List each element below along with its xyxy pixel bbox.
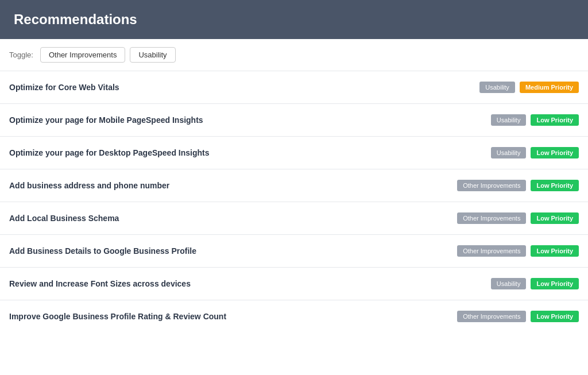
rec-actions: UsabilityMedium Priority <box>479 82 579 93</box>
rec-actions: UsabilityLow Priority <box>491 278 579 289</box>
rec-title: Add business address and phone number <box>9 181 457 190</box>
table-row: Optimize your page for Mobile PageSpeed … <box>0 104 588 137</box>
rec-title: Improve Google Business Profile Rating &… <box>9 312 457 321</box>
toggle-bar: Toggle: Other Improvements Usability <box>0 39 588 71</box>
page-title: Recommendations <box>14 11 574 28</box>
category-badge: Usability <box>491 114 527 126</box>
rec-title: Optimize your page for Desktop PageSpeed… <box>9 148 491 157</box>
toggle-usability[interactable]: Usability <box>130 47 175 63</box>
category-badge: Other Improvements <box>457 311 526 322</box>
priority-badge: Low Priority <box>531 278 579 289</box>
recommendations-list: Optimize for Core Web VitalsUsabilityMed… <box>0 71 588 333</box>
rec-title: Add Local Business Schema <box>9 214 457 223</box>
priority-badge: Low Priority <box>531 245 579 257</box>
rec-title: Review and Increase Font Sizes across de… <box>9 279 491 288</box>
priority-badge: Low Priority <box>531 212 579 224</box>
category-badge: Other Improvements <box>457 245 526 257</box>
table-row: Add Business Details to Google Business … <box>0 235 588 268</box>
rec-title: Add Business Details to Google Business … <box>9 246 457 256</box>
table-row: Add Local Business SchemaOther Improveme… <box>0 202 588 235</box>
toggle-other-improvements[interactable]: Other Improvements <box>40 47 126 63</box>
rec-title: Optimize for Core Web Vitals <box>9 83 479 92</box>
table-row: Review and Increase Font Sizes across de… <box>0 268 588 300</box>
priority-badge: Low Priority <box>531 114 579 126</box>
rec-actions: UsabilityLow Priority <box>491 147 579 158</box>
priority-badge: Low Priority <box>531 311 579 322</box>
toggle-label: Toggle: <box>9 51 33 59</box>
priority-badge: Medium Priority <box>520 82 579 93</box>
category-badge: Usability <box>491 147 527 158</box>
table-row: Optimize your page for Desktop PageSpeed… <box>0 137 588 169</box>
category-badge: Usability <box>479 82 515 93</box>
table-row: Add business address and phone numberOth… <box>0 169 588 202</box>
category-badge: Usability <box>491 278 527 289</box>
priority-badge: Low Priority <box>531 180 579 191</box>
category-badge: Other Improvements <box>457 212 526 224</box>
priority-badge: Low Priority <box>531 147 579 158</box>
table-row: Optimize for Core Web VitalsUsabilityMed… <box>0 71 588 104</box>
rec-actions: Other ImprovementsLow Priority <box>457 245 579 257</box>
rec-actions: Other ImprovementsLow Priority <box>457 311 579 322</box>
rec-actions: UsabilityLow Priority <box>491 114 579 126</box>
table-row: Improve Google Business Profile Rating &… <box>0 300 588 333</box>
rec-actions: Other ImprovementsLow Priority <box>457 180 579 191</box>
page-header: Recommendations <box>0 0 588 39</box>
rec-actions: Other ImprovementsLow Priority <box>457 212 579 224</box>
rec-title: Optimize your page for Mobile PageSpeed … <box>9 115 491 125</box>
category-badge: Other Improvements <box>457 180 526 191</box>
